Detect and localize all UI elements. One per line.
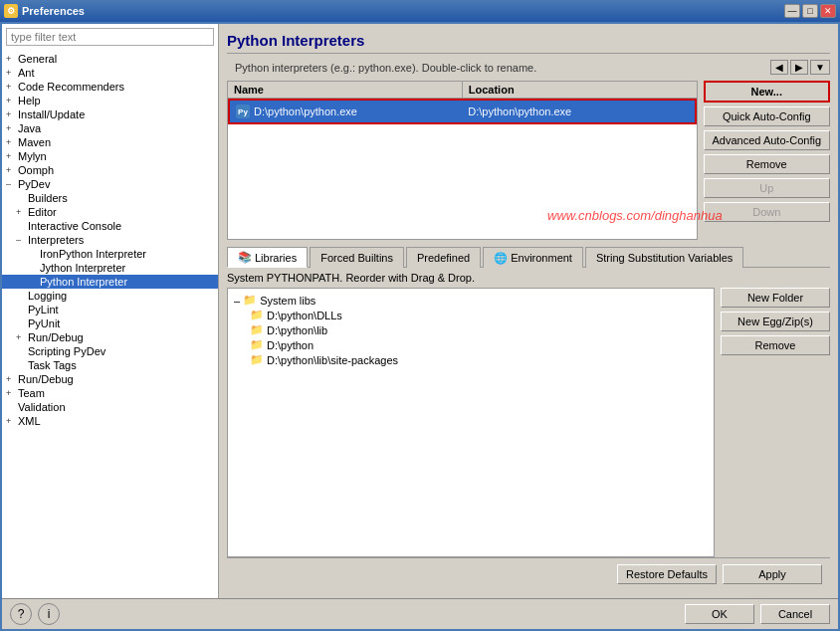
libs-buttons: New Folder New Egg/Zip(s) Remove [721, 288, 830, 557]
filter-input[interactable] [6, 28, 214, 46]
sidebar-item-builders[interactable]: Builders [2, 191, 218, 205]
sidebar-item-editor[interactable]: + Editor [2, 205, 218, 219]
nav-bar: Python interpreters (e.g.: python.exe). … [227, 60, 830, 75]
sidebar-item-team[interactable]: + Team [2, 386, 218, 400]
expand-icon: + [6, 151, 16, 161]
folder-icon: 📁 [250, 338, 264, 351]
folder-icon: 📁 [243, 294, 257, 307]
sidebar-item-run-debug-pydev[interactable]: + Run/Debug [2, 330, 218, 344]
col-name: Name [228, 82, 463, 98]
sidebar-label: Ant [18, 67, 35, 79]
sidebar-label: Java [18, 122, 41, 134]
tab-environment[interactable]: 🌐 Environment [483, 247, 583, 268]
sidebar-item-task-tags[interactable]: Task Tags [2, 358, 218, 372]
sidebar-item-code-recommenders[interactable]: + Code Recommenders [2, 80, 218, 94]
sidebar-item-help[interactable]: + Help [2, 94, 218, 107]
sidebar-label: XML [18, 415, 41, 427]
quick-auto-config-button[interactable]: Quick Auto-Config [704, 106, 830, 126]
sidebar-label: IronPython Interpreter [40, 248, 146, 260]
interpreter-section: Name Location Py D:\python\python.exe D:… [227, 81, 830, 240]
sidebar-item-interpreters[interactable]: – Interpreters [2, 233, 218, 247]
sidebar-label: Interpreters [28, 234, 84, 246]
tab-string-substitution[interactable]: String Substitution Variables [585, 247, 743, 268]
nav-description: Python interpreters (e.g.: python.exe). … [235, 62, 770, 74]
footer-actions: Restore Defaults Apply [617, 564, 822, 584]
folder-icon: 📁 [250, 323, 264, 336]
lib-item-site-packages[interactable]: 📁 D:\python\lib\site-packages [232, 352, 710, 367]
new-folder-button[interactable]: New Folder [721, 288, 830, 308]
tab-predefined[interactable]: Predefined [406, 247, 481, 268]
expand-icon: + [6, 416, 16, 426]
cancel-button[interactable]: Cancel [760, 604, 830, 624]
lib-path: D:\python\lib [267, 324, 327, 336]
expand-icon: + [16, 207, 26, 217]
interpreter-buttons: New... Quick Auto-Config Advanced Auto-C… [704, 81, 830, 240]
nav-arrows: ◀ ▶ ▼ [770, 60, 830, 75]
lib-item-dlls[interactable]: 📁 D:\python\DLLs [232, 308, 710, 322]
sidebar-item-xml[interactable]: + XML [2, 414, 218, 428]
sidebar-item-mylyn[interactable]: + Mylyn [2, 149, 218, 163]
interpreter-table: Name Location Py D:\python\python.exe D:… [227, 81, 698, 240]
sidebar-label: Validation [18, 401, 66, 413]
apply-button[interactable]: Apply [723, 564, 822, 584]
sidebar-label: General [18, 53, 57, 65]
sidebar-item-pyunit[interactable]: PyUnit [2, 316, 218, 330]
lib-item-lib[interactable]: 📁 D:\python\lib [232, 322, 710, 337]
down-button[interactable]: Down [704, 202, 830, 222]
table-row[interactable]: Py D:\python\python.exe D:\python\python… [228, 99, 697, 124]
sidebar-item-maven[interactable]: + Maven [2, 135, 218, 149]
sidebar-item-logging[interactable]: Logging [2, 289, 218, 303]
sidebar-item-validation[interactable]: Validation [2, 400, 218, 414]
lib-item-python[interactable]: 📁 D:\python [232, 337, 710, 352]
sidebar-item-general[interactable]: + General [2, 52, 218, 66]
maximize-button[interactable]: □ [802, 4, 818, 18]
new-button[interactable]: New... [704, 81, 830, 103]
expand-icon: + [6, 54, 16, 64]
sidebar-label: Interactive Console [28, 220, 121, 232]
sidebar-label: Editor [28, 206, 57, 218]
sidebar-item-oomph[interactable]: + Oomph [2, 163, 218, 177]
nav-back-button[interactable]: ◀ [770, 60, 788, 75]
sidebar-item-install-update[interactable]: + Install/Update [2, 107, 218, 121]
help-button[interactable]: ? [10, 603, 32, 625]
up-button[interactable]: Up [704, 178, 830, 198]
cell-name: Py D:\python\python.exe [230, 103, 462, 120]
libs-tree: – 📁 System libs 📁 D:\python\DLLs 📁 D:\py… [227, 288, 715, 557]
info-button[interactable]: i [38, 603, 60, 625]
sidebar-item-pydev[interactable]: – PyDev [2, 177, 218, 191]
cell-location: D:\python\python.exe [462, 104, 694, 119]
sidebar-item-interactive-console[interactable]: Interactive Console [2, 219, 218, 233]
tree-area: + General + Ant + Code Recommenders + He… [2, 50, 218, 598]
ok-button[interactable]: OK [685, 604, 754, 624]
sidebar-item-scripting-pydev[interactable]: Scripting PyDev [2, 344, 218, 358]
sidebar-item-pylint[interactable]: PyLint [2, 303, 218, 316]
nav-forward-button[interactable]: ▶ [790, 60, 808, 75]
expand-icon: + [6, 137, 16, 147]
sidebar-item-jython[interactable]: Jython Interpreter [2, 261, 218, 275]
tab-libraries[interactable]: 📚 Libraries [227, 247, 308, 268]
app-icon: ⚙ [4, 4, 18, 18]
advanced-auto-config-button[interactable]: Advanced Auto-Config [704, 130, 830, 150]
sidebar-label: Scripting PyDev [28, 345, 105, 357]
restore-defaults-button[interactable]: Restore Defaults [617, 564, 717, 584]
sidebar-item-java[interactable]: + Java [2, 121, 218, 135]
expand-icon: + [6, 82, 16, 92]
sidebar-label: Python Interpreter [40, 276, 127, 288]
lib-path: D:\python\lib\site-packages [267, 354, 398, 366]
close-button[interactable]: ✕ [820, 4, 836, 18]
bottom-left-icons: ? i [10, 603, 60, 625]
minimize-button[interactable]: — [784, 4, 800, 18]
sidebar-label: PyLint [28, 304, 59, 316]
libs-remove-button[interactable]: Remove [721, 335, 830, 355]
nav-dropdown-button[interactable]: ▼ [810, 60, 830, 75]
sidebar-item-python-interp[interactable]: Python Interpreter [2, 275, 218, 289]
system-libs-root[interactable]: – 📁 System libs [232, 293, 710, 308]
new-egg-zip-button[interactable]: New Egg/Zip(s) [721, 312, 830, 331]
sidebar-item-run-debug[interactable]: + Run/Debug [2, 372, 218, 386]
sidebar-item-ironpython[interactable]: IronPython Interpreter [2, 247, 218, 261]
expand-icon: + [6, 109, 16, 119]
tab-forced-builtins[interactable]: Forced Builtins [310, 247, 404, 268]
sidebar-item-ant[interactable]: + Ant [2, 66, 218, 80]
remove-button[interactable]: Remove [704, 154, 830, 174]
footer: Restore Defaults Apply [227, 557, 830, 590]
